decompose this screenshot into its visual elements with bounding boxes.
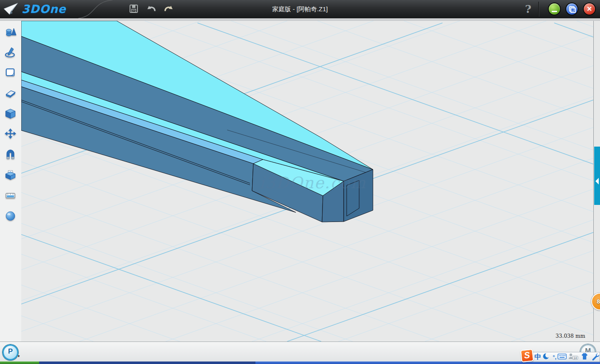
redo-icon <box>163 3 174 14</box>
titlebar-curve-decoration <box>0 0 600 18</box>
svg-text:14: 14 <box>574 357 577 359</box>
primitive-shapes-icon <box>4 26 17 39</box>
trim-tool-icon <box>4 87 17 100</box>
ime-toolbar: S 中 °, 14 <box>522 352 600 362</box>
profile-caret-icon[interactable]: ▼ <box>17 354 20 358</box>
titlebar-separator <box>538 2 539 17</box>
combine-box-icon <box>4 169 17 181</box>
measurement-readout: 33.038 mm <box>554 333 587 339</box>
sketch-draw-icon <box>4 46 17 59</box>
redo-button[interactable] <box>163 3 174 15</box>
taskbar-start-segment[interactable] <box>0 362 39 364</box>
sidebar-item-trim[interactable] <box>4 87 17 100</box>
watermark-text: i3DOne.com <box>259 174 366 192</box>
ime-fullhalf-toggle[interactable] <box>542 352 552 362</box>
sketch-edit-icon <box>4 66 17 79</box>
undo-icon <box>146 3 157 14</box>
app-logo-text: 3DOne <box>22 2 66 15</box>
move-transform-icon <box>4 128 17 140</box>
window-title: 家庭版 - [阿帕奇.Z1] <box>0 0 600 18</box>
sidebar-item-primitives[interactable] <box>4 26 17 39</box>
sidebar-item-move[interactable] <box>4 128 17 140</box>
sidebar-item-feature[interactable] <box>4 107 17 120</box>
magnet-snap-icon <box>4 148 17 161</box>
user-count-icon: 14 <box>568 352 579 361</box>
minimize-icon <box>552 11 557 12</box>
sidebar-item-material[interactable] <box>4 209 17 222</box>
ime-logo[interactable]: S <box>520 349 534 363</box>
title-bar[interactable]: 3DOne 家庭版 - [阿帕奇.Z1] ? <box>0 0 600 19</box>
save-button[interactable] <box>128 3 139 15</box>
sidebar-item-combine[interactable] <box>4 169 17 181</box>
wrench-icon <box>591 352 599 361</box>
panel-expand-strip[interactable] <box>594 147 600 205</box>
save-icon <box>129 4 139 14</box>
measure-level-icon <box>4 189 17 202</box>
ime-skin-button[interactable] <box>580 352 589 362</box>
app-logo: 3DOne <box>3 2 66 16</box>
bottom-toolbar: 全部 ▼ <box>0 342 600 362</box>
moon-icon <box>543 352 551 361</box>
minimize-button[interactable] <box>549 3 560 15</box>
profile-badge[interactable]: P <box>2 344 18 360</box>
left-toolbar <box>0 21 22 342</box>
taskbar-peek[interactable] <box>0 362 600 364</box>
tshirt-icon <box>580 352 589 361</box>
viewport-3d[interactable]: i3DOne.com 33.038 mm 80 <box>21 21 600 342</box>
material-sphere-icon <box>4 209 17 222</box>
help-button[interactable]: ? <box>522 2 533 17</box>
sidebar-item-sketch[interactable] <box>4 46 17 59</box>
sidebar-item-sketch-edit[interactable] <box>4 66 17 79</box>
close-button[interactable]: × <box>584 3 595 15</box>
maximize-button[interactable] <box>566 3 578 15</box>
feature-cube-icon <box>4 107 17 120</box>
application-window: { "window": { "logo_text": "3DOne", "tit… <box>0 0 600 364</box>
undo-button[interactable] <box>146 3 157 15</box>
taskbar-mid-segment[interactable] <box>39 362 255 364</box>
paper-plane-icon <box>3 2 19 16</box>
viewport-canvas[interactable]: i3DOne.com <box>21 21 600 342</box>
ime-user-button[interactable]: 14 <box>568 352 579 362</box>
quick-access-toolbar <box>128 3 174 15</box>
window-controls: × <box>549 3 595 15</box>
ime-settings-button[interactable] <box>590 352 600 362</box>
sidebar-item-measure[interactable] <box>4 189 17 202</box>
ime-softkeyboard-button[interactable] <box>558 352 567 362</box>
keyboard-icon <box>558 352 567 361</box>
ime-language-toggle[interactable]: 中 <box>535 353 541 362</box>
sidebar-item-snap[interactable] <box>4 148 17 161</box>
close-icon: × <box>587 4 592 13</box>
ime-punctuation-toggle[interactable]: °, <box>553 354 557 360</box>
